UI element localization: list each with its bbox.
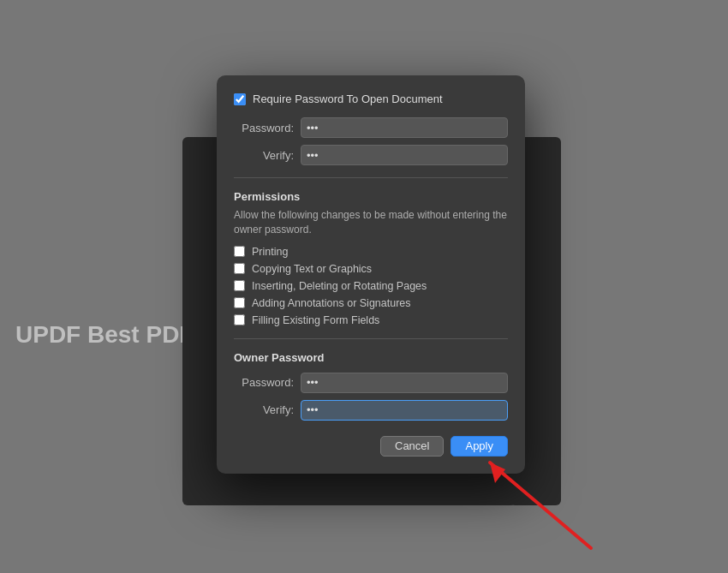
permission-inserting-row: Inserting, Deleting or Rotating Pages xyxy=(234,280,508,292)
permission-forms-row: Filling Existing Form Fields xyxy=(234,314,508,326)
permission-annotations-label: Adding Annotations or Signatures xyxy=(252,297,411,309)
permission-annotations-row: Adding Annotations or Signatures xyxy=(234,297,508,309)
require-password-label: Require Password To Open Document xyxy=(253,93,443,105)
open-verify-row: Verify: xyxy=(234,145,508,165)
permission-copying-label: Copying Text or Graphics xyxy=(252,263,372,275)
open-password-label: Password: xyxy=(234,122,294,134)
divider-2 xyxy=(234,338,508,339)
permission-inserting-checkbox[interactable] xyxy=(234,280,245,291)
open-verify-label: Verify: xyxy=(234,149,294,162)
owner-password-input[interactable] xyxy=(301,373,508,393)
permission-forms-label: Filling Existing Form Fields xyxy=(252,314,379,326)
permission-printing-row: Printing xyxy=(234,246,508,258)
owner-password-row: Password: xyxy=(234,373,508,393)
apply-button[interactable]: Apply xyxy=(451,436,508,457)
owner-password-label: Password: xyxy=(234,376,294,389)
permissions-description: Allow the following changes to be made w… xyxy=(234,208,508,237)
permission-annotations-checkbox[interactable] xyxy=(234,297,245,308)
permission-forms-checkbox[interactable] xyxy=(234,314,245,325)
permission-printing-label: Printing xyxy=(252,246,288,258)
permissions-section: Permissions Allow the following changes … xyxy=(234,190,508,326)
permissions-title: Permissions xyxy=(234,190,508,203)
owner-verify-label: Verify: xyxy=(234,403,294,416)
permission-printing-checkbox[interactable] xyxy=(234,246,245,257)
owner-password-section: Owner Password Password: Verify: xyxy=(234,351,508,421)
open-verify-input[interactable] xyxy=(301,145,508,165)
owner-verify-input[interactable] xyxy=(301,400,508,421)
cancel-button[interactable]: Cancel xyxy=(380,436,444,457)
dialog-buttons: Cancel Apply xyxy=(234,436,508,457)
open-password-input[interactable] xyxy=(301,117,508,138)
permission-inserting-label: Inserting, Deleting or Rotating Pages xyxy=(252,280,427,292)
password-dialog: Require Password To Open Document Passwo… xyxy=(217,75,525,474)
owner-password-title: Owner Password xyxy=(234,351,508,364)
divider-1 xyxy=(234,177,508,178)
require-password-row: Require Password To Open Document xyxy=(234,93,508,105)
owner-verify-row: Verify: xyxy=(234,400,508,421)
permission-copying-checkbox[interactable] xyxy=(234,263,245,274)
permission-copying-row: Copying Text or Graphics xyxy=(234,263,508,275)
require-password-checkbox[interactable] xyxy=(234,93,246,105)
open-password-row: Password: xyxy=(234,117,508,138)
